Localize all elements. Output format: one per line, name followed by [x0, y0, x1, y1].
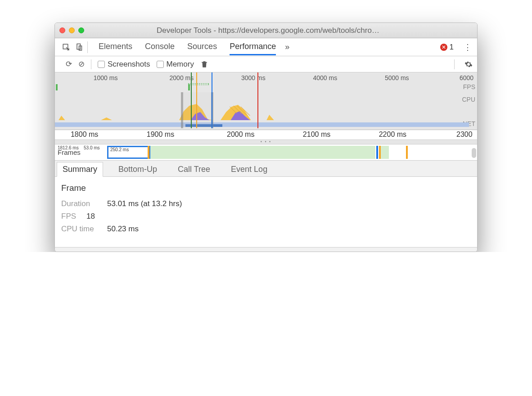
cpu-chart [55, 101, 469, 120]
detail-row-fps: FPS 18 [61, 212, 471, 221]
frame-block[interactable] [150, 146, 375, 159]
devtools-menu-button[interactable]: ⋮ [462, 42, 473, 52]
frame-time: 1812.6 ms [58, 145, 79, 150]
tab-console[interactable]: Console [145, 39, 175, 55]
inspect-element-icon[interactable] [62, 43, 70, 51]
errors-count: 1 [450, 43, 454, 52]
scrubber-blue [212, 72, 212, 128]
frame-time: 53.0 ms [84, 145, 100, 150]
divider [454, 59, 455, 69]
tab-performance[interactable]: Performance [230, 39, 276, 55]
ruler-tick: 2000 ms [227, 130, 254, 139]
footer-strip [55, 247, 477, 252]
resize-handle[interactable]: • • • [55, 140, 477, 144]
tab-call-tree[interactable]: Call Tree [172, 162, 216, 176]
ruler-tick: 4000 ms [313, 74, 337, 81]
frame-marker [148, 146, 149, 159]
scrubber-orange [196, 72, 197, 128]
timeline-overview[interactable]: 1000 ms 2000 ms 3000 ms 4000 ms 5000 ms … [55, 72, 477, 130]
ruler-tick: 1900 ms [147, 130, 174, 139]
detail-value: 53.01 ms (at 13.2 hrs) [107, 199, 182, 208]
frame-time: 250.2 ms [110, 147, 129, 152]
detail-row-duration: Duration 53.01 ms (at 13.2 hrs) [61, 199, 471, 208]
ruler-tick: 5000 ms [385, 74, 409, 81]
performance-toolbar: ⟳ ⊘ Screenshots Memory [55, 56, 477, 72]
error-icon: ✕ [440, 44, 447, 51]
device-toolbar-icon[interactable] [76, 43, 84, 51]
overview-selection[interactable] [181, 92, 213, 128]
scrollbar-thumb[interactable] [472, 148, 476, 158]
ruler-tick: 2100 ms [303, 130, 330, 139]
ruler-tick: 6000 [460, 74, 473, 81]
detail-key: FPS [61, 212, 81, 221]
tab-bottom-up[interactable]: Bottom-Up [113, 162, 162, 176]
net-bar [55, 122, 469, 127]
ruler-tick: 1000 ms [94, 74, 118, 81]
more-tabs-button[interactable]: » [285, 42, 289, 52]
checkbox-icon [98, 61, 105, 68]
ruler-tick: 3000 ms [241, 74, 266, 81]
memory-checkbox[interactable]: Memory [157, 60, 194, 69]
fps-bar [188, 84, 190, 90]
detail-value: 18 [86, 212, 95, 221]
devtools-window: Developer Tools - https://developers.goo… [54, 22, 478, 252]
clear-button[interactable]: ⊘ [78, 59, 85, 69]
scrubber-green [191, 72, 192, 128]
window-title: Developer Tools - https://developers.goo… [63, 26, 473, 35]
screenshots-label: Screenshots [108, 60, 150, 69]
ruler-tick: 2300 [456, 130, 473, 139]
frame-selected[interactable]: 250.2 ms [107, 146, 150, 159]
divider [91, 59, 91, 69]
details-tabs: Summary Bottom-Up Call Tree Event Log [55, 161, 477, 177]
frame-marker [406, 146, 408, 159]
detail-title: Frame [61, 183, 471, 193]
overview-tracks: FPS CPU NET [55, 83, 477, 128]
devtools-tabstrip: Elements Console Sources Performance » ✕… [55, 38, 477, 56]
detail-key: Duration [61, 199, 102, 208]
frame-marker [376, 146, 378, 159]
flamechart-ruler[interactable]: 1800 ms 1900 ms 2000 ms 2100 ms 2200 ms … [55, 130, 477, 140]
tab-sources[interactable]: Sources [187, 39, 217, 55]
screenshots-checkbox[interactable]: Screenshots [98, 60, 150, 69]
ruler-tick: 1800 ms [71, 130, 98, 139]
frames-track[interactable]: 1812.6 ms 53.0 ms 250.2 ms [93, 144, 477, 160]
inspect-icons-group [59, 41, 88, 53]
fps-track-label: FPS [463, 83, 475, 90]
tab-event-log[interactable]: Event Log [225, 162, 273, 176]
detail-row-cpu: CPU time 50.23 ms [61, 225, 471, 234]
frame-block[interactable] [381, 146, 389, 159]
scrubber-red [257, 72, 258, 128]
tab-elements[interactable]: Elements [99, 39, 132, 55]
collect-garbage-button[interactable] [200, 60, 208, 68]
ruler-tick: 2200 ms [379, 130, 406, 139]
checkbox-icon [157, 61, 164, 68]
detail-value: 50.23 ms [107, 225, 139, 234]
detail-key: CPU time [61, 225, 102, 234]
frames-row: Frames 1812.6 ms 53.0 ms 250.2 ms [55, 144, 477, 161]
memory-label: Memory [167, 60, 194, 69]
fps-bar [56, 84, 58, 90]
ruler-tick: 2000 ms [170, 74, 194, 81]
title-bar: Developer Tools - https://developers.goo… [55, 23, 477, 38]
devtools-tabs: Elements Console Sources Performance [99, 39, 276, 55]
errors-indicator[interactable]: ✕ 1 [440, 43, 454, 52]
capture-settings-button[interactable] [464, 60, 473, 68]
tab-summary[interactable]: Summary [57, 162, 103, 177]
summary-panel: Frame Duration 53.01 ms (at 13.2 hrs) FP… [55, 177, 477, 247]
overview-ruler: 1000 ms 2000 ms 3000 ms 4000 ms 5000 ms … [55, 72, 477, 83]
reload-record-button[interactable]: ⟳ [66, 59, 72, 69]
